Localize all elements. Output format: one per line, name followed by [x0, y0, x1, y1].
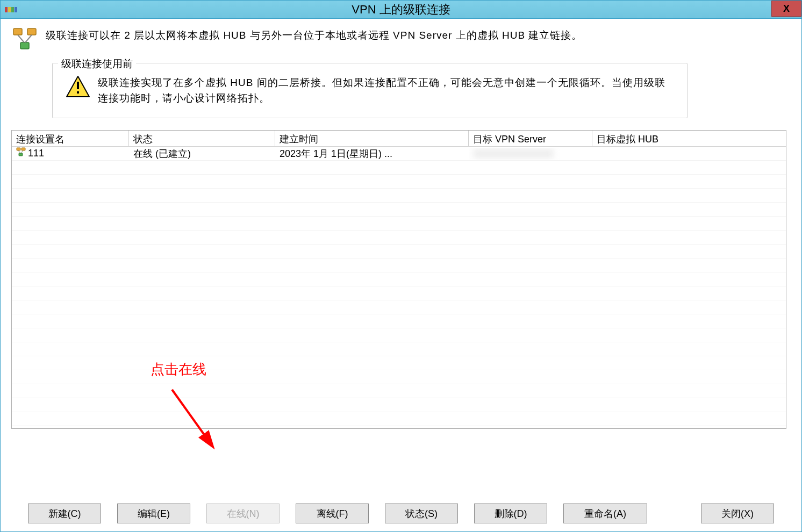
- new-button[interactable]: 新建(C): [28, 504, 101, 523]
- col-created-header[interactable]: 建立时间: [275, 131, 469, 146]
- col-name-header[interactable]: 连接设置名: [12, 131, 129, 146]
- warning-text: 级联连接实现了在多个虚拟 HUB 间的二层桥接。但如果连接配置不正确，可能会无意…: [98, 75, 674, 106]
- cascade-icon: [11, 26, 38, 55]
- status-button[interactable]: 状态(S): [385, 504, 458, 523]
- connections-listview[interactable]: 连接设置名 状态 建立时间 目标 VPN Server 目标虚拟 HUB: [11, 130, 786, 429]
- svg-rect-8: [17, 148, 20, 150]
- svg-line-3: [18, 35, 24, 42]
- cell-status: 在线 (已建立): [129, 146, 275, 161]
- table-row[interactable]: 111 在线 (已建立) 2023年 1月 1日(星期日) ...: [12, 147, 786, 161]
- svg-line-12: [21, 150, 23, 153]
- dialog-window: VPN 上的级联连接 X 级联连接可以在 2 层以太网将本虚拟 HUB 与另外一…: [0, 0, 802, 532]
- button-bar: 新建(C) 编辑(E) 在线(N) 离线(F) 状态(S) 删除(D) 重命名(…: [28, 504, 774, 523]
- svg-line-11: [18, 150, 20, 153]
- col-target-hub-header[interactable]: 目标虚拟 HUB: [592, 131, 786, 146]
- offline-button[interactable]: 离线(F): [296, 504, 369, 523]
- header-description: 级联连接可以在 2 层以太网将本虚拟 HUB 与另外一台位于本地或者远程 VPN…: [46, 26, 582, 42]
- close-button[interactable]: 关闭(X): [701, 504, 774, 523]
- listview-body: 111 在线 (已建立) 2023年 1月 1日(星期日) ...: [12, 147, 786, 426]
- cell-target-server: [469, 148, 592, 160]
- svg-rect-6: [77, 82, 79, 89]
- svg-rect-10: [19, 153, 23, 156]
- rename-button[interactable]: 重命名(A): [563, 504, 647, 523]
- svg-rect-0: [13, 28, 22, 35]
- warning-groupbox: 级联连接使用前 级联连接实现了在多个虚拟 HUB 间的二层桥接。但如果连接配置不…: [52, 63, 688, 118]
- delete-button[interactable]: 删除(D): [474, 504, 547, 523]
- listview-header: 连接设置名 状态 建立时间 目标 VPN Server 目标虚拟 HUB: [12, 131, 786, 147]
- col-target-server-header[interactable]: 目标 VPN Server: [469, 131, 592, 146]
- cell-name: 111: [12, 146, 129, 161]
- window-title: VPN 上的级联连接: [352, 2, 450, 18]
- svg-rect-1: [27, 28, 36, 35]
- close-icon[interactable]: X: [771, 1, 801, 17]
- header-block: 级联连接可以在 2 层以太网将本虚拟 HUB 与另外一台位于本地或者远程 VPN…: [11, 26, 791, 55]
- svg-rect-7: [77, 91, 79, 94]
- titlebar: VPN 上的级联连接 X: [1, 1, 801, 19]
- col-status-header[interactable]: 状态: [129, 131, 275, 146]
- cell-target-hub: [592, 153, 786, 155]
- connection-icon: [16, 147, 26, 160]
- warning-icon: [66, 75, 90, 100]
- svg-rect-9: [22, 148, 25, 150]
- groupbox-title: 级联连接使用前: [58, 57, 136, 71]
- cell-created: 2023年 1月 1日(星期日) ...: [275, 146, 469, 161]
- app-icon: [5, 5, 18, 14]
- online-button[interactable]: 在线(N): [206, 504, 280, 523]
- svg-line-4: [25, 35, 32, 42]
- svg-rect-2: [20, 42, 29, 49]
- edit-button[interactable]: 编辑(E): [117, 504, 190, 523]
